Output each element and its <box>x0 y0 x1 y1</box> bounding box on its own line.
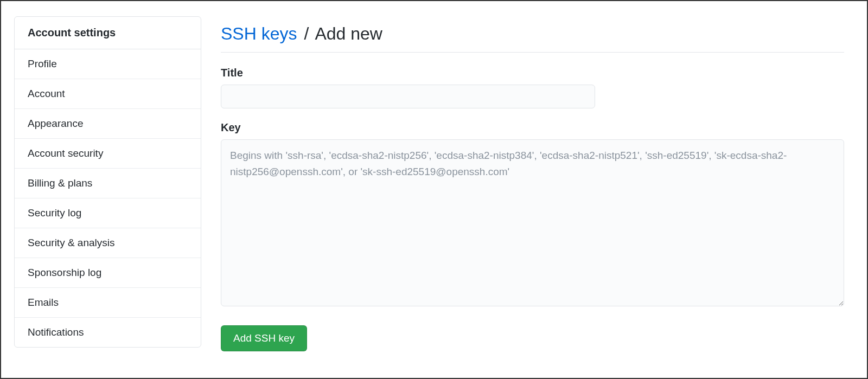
breadcrumb-separator: / <box>302 24 311 43</box>
sidebar-item-billing-plans[interactable]: Billing & plans <box>15 169 201 198</box>
sidebar-item-security-log[interactable]: Security log <box>15 198 201 228</box>
key-textarea[interactable] <box>221 139 844 306</box>
title-form-group: Title <box>221 67 844 108</box>
sidebar-item-security-analysis[interactable]: Security & analysis <box>15 228 201 258</box>
title-input[interactable] <box>221 85 595 108</box>
sidebar-item-profile[interactable]: Profile <box>15 49 201 79</box>
sidebar-item-account[interactable]: Account <box>15 79 201 109</box>
app-frame: Account settings Profile Account Appeara… <box>0 0 868 379</box>
sidebar-item-appearance[interactable]: Appearance <box>15 109 201 139</box>
main-content: SSH keys / Add new Title Key Add SSH key <box>221 16 854 378</box>
breadcrumb-current: Add new <box>315 24 382 43</box>
sidebar-header: Account settings <box>15 17 201 49</box>
settings-sidebar: Account settings Profile Account Appeara… <box>14 16 201 348</box>
breadcrumb-ssh-keys-link[interactable]: SSH keys <box>221 24 297 43</box>
sidebar-item-sponsorship-log[interactable]: Sponsorship log <box>15 258 201 288</box>
key-label: Key <box>221 121 844 134</box>
page-heading: SSH keys / Add new <box>221 23 844 53</box>
sidebar-item-account-security[interactable]: Account security <box>15 139 201 169</box>
sidebar-item-notifications[interactable]: Notifications <box>15 318 201 347</box>
add-ssh-key-button[interactable]: Add SSH key <box>221 325 307 351</box>
key-form-group: Key <box>221 121 844 308</box>
sidebar-item-emails[interactable]: Emails <box>15 288 201 318</box>
title-label: Title <box>221 67 844 79</box>
